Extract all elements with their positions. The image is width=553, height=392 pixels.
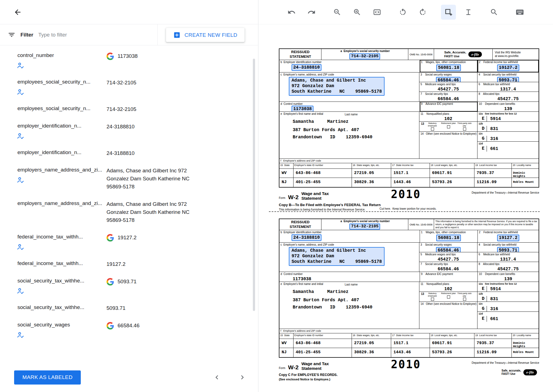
w2-reissued: REISSUED STATEMENT	[279, 49, 321, 60]
back-button[interactable]	[11, 6, 24, 19]
next-page-button[interactable]	[236, 371, 248, 383]
field-value: 714-32-2105	[107, 79, 136, 87]
state-id: 643-86-468	[294, 169, 352, 175]
field-name: employers_name_address_and_zi...	[17, 167, 107, 173]
field-row-employer-ein-1[interactable]: employer_identification_n... 24-3188810	[0, 118, 254, 144]
w2-box3-label: 3 Social security wages	[419, 243, 477, 246]
w2-boxE-label: e Employee's first name and initial	[279, 282, 324, 286]
w2-third-party-sick-pay-label: Third-party sick pay	[456, 122, 472, 127]
w2-form-title: Wage and Tax Statement	[301, 361, 335, 371]
annotation-ein[interactable]: 24-3188810	[292, 234, 321, 241]
previous-page-button[interactable]	[211, 371, 223, 383]
w2-footer: Form W-2 Wage and Tax Statement 2010 Dep…	[279, 359, 539, 381]
w2-box10-value: 139	[504, 277, 512, 282]
annotation-ssn[interactable]: 714-32-2105	[349, 224, 380, 230]
field-row-employer-name-1[interactable]: employers_name_address_and_zi... Adams, …	[0, 162, 254, 195]
scrollbar-thumb[interactable]	[253, 59, 255, 311]
field-row-ss-tax-1[interactable]: social_security_tax_withhe... 5093.71	[0, 273, 254, 299]
w2-box12b-value: 831	[490, 296, 498, 302]
field-row-federal-tax-1[interactable]: federal_income_tax_withh... 19127.2	[0, 229, 254, 255]
w2-box9-label: 9 Advance EIC payment	[420, 272, 477, 276]
annotation-ss-wages[interactable]: 66584.46	[436, 77, 461, 82]
cut-line-label: Cut here. Keep lower portion for your re…	[380, 207, 437, 210]
field-row-federal-tax-2[interactable]: federal_income_tax_withh... 19127.2	[0, 255, 254, 273]
w2-box2-cell: 2 Federal income tax withheld 19127.2	[478, 60, 539, 72]
annotation-ssn[interactable]: 714-32-2105	[349, 53, 380, 60]
code-view-button[interactable]	[370, 5, 385, 20]
w2-row-c: c Employer's name, address, and ZIP code…	[279, 72, 539, 102]
zoom-in-button[interactable]	[350, 5, 365, 20]
w2-box14-label: 14 Other (see enclosed Notice to Employe…	[419, 132, 477, 136]
w2-box12b-code: D	[480, 126, 487, 131]
w2-year: 2010	[391, 358, 421, 371]
annotation-wages[interactable]: 56081.18	[436, 64, 461, 71]
field-value: 19127.2	[107, 260, 126, 268]
w2-omb: OMB No. 1545-0008	[408, 49, 434, 60]
w2-box9-cell: 9 Advance EIC payment	[420, 102, 478, 111]
labeler-check-icon	[17, 287, 107, 295]
field-row-control-number[interactable]: control_number 1173038	[0, 47, 254, 74]
annotation-wages[interactable]: 56081.18	[436, 235, 461, 241]
state-income-tax: 1517.1	[391, 339, 429, 346]
search-button[interactable]	[487, 5, 502, 20]
keyboard-shortcuts-button[interactable]	[512, 5, 527, 20]
annotation-federal-tax[interactable]: 19127.2	[497, 235, 519, 241]
w2-state-row: WV 643-86-468 27219.05 1517.1 69617.91 7…	[279, 169, 539, 178]
w2-department: Department of the Treasury—Internal Reve…	[472, 361, 539, 364]
local-wages: 53793.26	[430, 178, 474, 185]
rotate-left-icon	[399, 8, 407, 16]
filter-input[interactable]	[38, 32, 152, 38]
w2-box12b-code: D	[480, 296, 487, 302]
create-new-field-label: CREATE NEW FIELD	[185, 32, 237, 38]
w2-row-11-12a: 11 Nonqualified plans 102 12a See instru…	[419, 112, 539, 122]
add-bounding-box-button[interactable]	[441, 5, 456, 20]
state-code: WV	[279, 169, 293, 175]
w2-box12c-value: 316	[490, 136, 498, 142]
field-row-employees-ssn-2[interactable]: employees_social_security_n... 714-32-21…	[0, 100, 254, 118]
rotate-left-button[interactable]	[395, 5, 410, 20]
w2-row-d: d Control number 1173038 9 Advance EIC p…	[279, 272, 539, 282]
annotation-ss-tax[interactable]: 5093.71	[497, 77, 519, 82]
rotate-right-button[interactable]	[415, 5, 430, 20]
chevron-left-icon	[213, 373, 221, 381]
local-wages: 53793.26	[430, 348, 474, 355]
redo-button[interactable]	[304, 5, 319, 20]
w2-retirement-plan-label: Retirement plan	[440, 122, 456, 125]
w2-box12c-cell: 12c G316	[477, 132, 539, 142]
w2-row-13-12b: 13 Statutory employee Retirement plan Th…	[419, 122, 539, 132]
w2-control-number-value: 1173038	[293, 276, 420, 282]
field-row-employees-ssn-1[interactable]: employees_social_security_n... 714-32-21…	[0, 74, 254, 100]
statutory-employee-checkbox	[431, 298, 434, 301]
locality-name: Dominic Heights	[512, 339, 539, 348]
mark-as-labeled-button[interactable]: MARK AS LABELED	[14, 370, 81, 385]
undo-button[interactable]	[284, 5, 299, 20]
field-row-ss-wages[interactable]: social_security_wages 66584.46	[0, 317, 254, 343]
field-row-ss-tax-2[interactable]: social_security_tax_withhe... 5093.71	[0, 299, 254, 317]
w2-box12b-label: 12b	[477, 122, 539, 125]
field-row-employer-ein-2[interactable]: employer_identification_n... 24-3188810	[0, 144, 254, 162]
w2-form-label: Form	[279, 196, 285, 201]
w2-copy-note: (See enclosed Notice to Employee.)	[279, 378, 539, 381]
select-text-button[interactable]	[461, 5, 476, 20]
w2-row-13-12b: 13 Statutory employee Retirement plan Th…	[419, 292, 539, 302]
w2-employee-address-2: Brandontown ID 12359-6940	[293, 305, 419, 310]
annotation-employer-name-address[interactable]: Adams, Chase and Gilbert Inc 972 Gonzale…	[289, 247, 385, 266]
w2-box11-label: 11 Nonqualified plans	[419, 282, 477, 286]
w2-box12c-label: 12c	[477, 132, 539, 135]
zoom-out-button[interactable]	[330, 5, 345, 20]
field-row-employer-name-2[interactable]: employers_name_address_and_zi... Adams, …	[0, 195, 254, 229]
annotation-ss-tax[interactable]: 5093.71	[497, 247, 519, 252]
w2-box8-cell: 8 Allocated tips 45427.75	[477, 92, 539, 102]
field-value: Adams, Chase and Gilbert Inc 972 Gonzale…	[107, 167, 198, 191]
annotation-employer-name-address[interactable]: Adams, Chase and Gilbert Inc 972 Gonzale…	[289, 77, 385, 96]
annotation-ss-wages[interactable]: 66584.46	[436, 247, 461, 252]
w2-box12a-code: E	[480, 116, 487, 121]
annotation-ein[interactable]: 24-3188810	[292, 64, 321, 71]
field-list: control_number 1173038 employees_social_…	[0, 46, 254, 363]
create-new-field-button[interactable]: CREATE NEW FIELD	[166, 28, 245, 42]
state-income-tax: 1443.46	[391, 178, 429, 185]
annotation-federal-tax[interactable]: 19127.2	[497, 64, 519, 71]
w2-header-row: REISSUED STATEMENT a Employee's social s…	[279, 219, 539, 230]
annotation-control-number[interactable]: 1173038	[292, 106, 313, 112]
w2-row-f: f Employee's address and ZIP code	[279, 159, 539, 163]
